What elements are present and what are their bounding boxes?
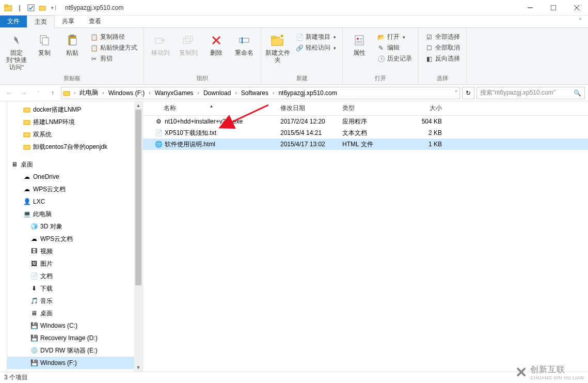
copy-icon [36,32,53,49]
tab-file[interactable]: 文件 [0,16,27,27]
tree-desktop[interactable]: 🖥桌面 [7,158,142,171]
open-icon: 📂 [377,33,385,41]
qat-folder-icon[interactable] [38,4,46,12]
folder-icon [61,89,72,97]
copy-button[interactable]: 复制 [32,30,57,57]
svg-rect-18 [240,38,249,42]
tree-item[interactable]: 卸载centos7自带的openjdk [7,141,142,153]
easy-access-icon: 🔗 [295,44,304,52]
tree-item[interactable]: 💾Windows (F:) [7,357,142,369]
tree-item[interactable]: ⬇下载 [7,282,142,295]
new-item-icon: 📄 [295,33,304,41]
file-row[interactable]: 📄XP510下载须知.txt2015/5/4 14:21文本文档2 KB [143,127,588,139]
scroll-thumb[interactable] [135,110,141,285]
tree-item[interactable]: 搭建LNMP环境 [7,116,142,128]
cut-button[interactable]: ✂剪切 [88,54,139,64]
tab-home[interactable]: 主页 [27,16,55,28]
copy-path-button[interactable]: 📋复制路径 [88,32,139,42]
scroll-down-icon[interactable]: ▼ [134,363,142,372]
col-name[interactable]: 名称▴ [143,104,277,113]
tree-item[interactable]: 🎵音乐 [7,295,142,307]
close-button[interactable] [565,0,588,16]
navigation-tree[interactable]: docker搭建LNMP搭建LNMP环境双系统卸载centos7自带的openj… [7,101,143,372]
delete-button[interactable]: 删除 [204,30,229,57]
tree-item[interactable]: 🖼图片 [7,257,142,270]
copy-to-button[interactable]: 复制到 [176,30,201,57]
scroll-up-icon[interactable]: ▲ [134,101,142,110]
tree-scrollbar[interactable]: ▲ ▼ [134,101,142,372]
group-organize-label: 组织 [148,73,257,83]
up-button[interactable]: ↑ [46,87,59,99]
select-none-button[interactable]: ☐全部取消 [423,43,462,53]
select-all-button[interactable]: ☑全部选择 [423,32,462,42]
file-row[interactable]: 🌐软件使用说明.html2015/4/17 13:02HTML 文件1 KB [143,139,588,150]
column-headers: 名称▴ 修改日期 类型 大小 [143,101,588,116]
qat-dropdown-icon[interactable]: ▾ | [50,4,58,12]
breadcrumb-history-dropdown[interactable]: ˅ [453,90,459,96]
watermark-logo-icon: ✕ [515,364,527,381]
pin-icon [8,32,25,49]
search-input[interactable]: 搜索"nt6ypazgj.xp510.com" 🔍 [476,87,585,99]
tree-item[interactable]: 💾Windows (C:) [7,319,142,332]
qat-separator: | [15,4,24,12]
svg-rect-32 [24,133,30,137]
ribbon-tabs: 文件 主页 共享 查看 ˆ [0,16,588,28]
item-icon: 📄 [30,272,38,280]
invert-selection-button[interactable]: ◧反向选择 [423,54,462,64]
item-icon: 🎞 [30,247,38,255]
tree-item[interactable]: 双系统 [7,128,142,141]
minimize-button[interactable] [518,0,542,16]
col-date[interactable]: 修改日期 [277,104,339,113]
tree-computer[interactable]: 💻此电脑 [7,208,142,220]
tree-item[interactable]: docker搭建LNMP [7,103,142,116]
history-button[interactable]: 🕓历史记录 [375,54,414,64]
item-icon: 🎵 [30,297,38,305]
copyto-icon [180,32,197,49]
desktop-icon: 🖥 [10,160,19,168]
tree-item[interactable]: 🎞视频 [7,245,142,257]
qat-check-icon[interactable] [27,4,35,12]
rename-button[interactable]: 重命名 [232,30,257,57]
recent-dropdown[interactable]: ˅ [32,87,44,99]
open-button[interactable]: 📂打开▾ [375,32,414,42]
window-title: nt6ypazgj.xp510.com [62,4,518,11]
file-row[interactable]: ⚙nt10+hdd+installer+v3.2.exe2017/2/24 12… [143,116,588,127]
new-folder-button[interactable]: ✦ 新建文件夹 [265,30,290,64]
refresh-button[interactable]: ↻ [462,87,474,99]
tab-view[interactable]: 查看 [82,16,108,27]
tab-share[interactable]: 共享 [55,16,82,27]
ribbon: 固定到"快速访问" 复制 粘贴 📋复制路径 📋粘贴快捷方式 ✂剪切 剪贴板 移动… [0,28,588,85]
item-icon: 🖥 [30,309,38,317]
tree-item[interactable]: 💿DVD RW 驱动器 (E:) [7,344,142,357]
move-to-button[interactable]: 移动到 [148,30,173,57]
collapse-ribbon-icon[interactable]: ˆ [573,16,588,27]
paste-shortcut-button[interactable]: 📋粘贴快捷方式 [88,43,139,53]
edit-button[interactable]: ✎编辑 [375,43,414,53]
tree-item[interactable]: 🧊3D 对象 [7,220,142,233]
breadcrumb[interactable]: ›此电脑 ›Windows (F:) ›WanyxGames ›Download… [61,87,460,99]
tree-item[interactable]: ☁WPS云文档 [7,183,142,195]
easy-access-button[interactable]: 🔗轻松访问▾ [293,43,338,53]
tree-item[interactable]: 👤LXC [7,195,142,208]
maximize-button[interactable] [542,0,565,16]
svg-rect-5 [551,5,556,10]
file-icon: 📄 [154,129,163,137]
tree-item[interactable]: ☁OneDrive [7,171,142,183]
item-icon: ☁ [23,185,31,193]
svg-rect-24 [355,36,363,45]
tree-item[interactable]: 🖥桌面 [7,307,142,319]
tree-item[interactable]: 💾Recovery Image (D:) [7,332,142,344]
col-size[interactable]: 大小 [399,104,445,113]
pin-to-quick-access-button[interactable]: 固定到"快速访问" [4,30,29,71]
new-item-button[interactable]: 📄新建项目▾ [293,32,338,42]
svg-rect-9 [42,38,49,45]
properties-button[interactable]: 属性 [347,30,372,57]
item-icon: 🖼 [30,259,38,268]
tree-item[interactable]: ☁WPS云文档 [7,233,142,245]
tree-item[interactable]: 📄文档 [7,270,142,282]
back-button[interactable]: ← [3,87,15,99]
watermark: ✕ 创新互联 CHUANG XIN HU LIAN [515,364,584,381]
forward-button[interactable]: → [18,87,30,99]
col-type[interactable]: 类型 [339,104,399,113]
paste-button[interactable]: 粘贴 [60,30,85,57]
